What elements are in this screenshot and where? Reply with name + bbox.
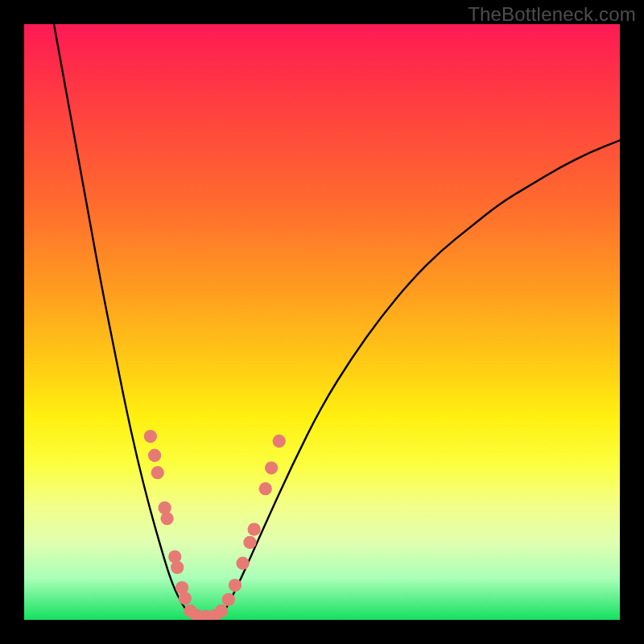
curve-marker (184, 605, 196, 617)
curve-marker (148, 449, 161, 462)
curve-marker (265, 461, 278, 474)
curve-marker (144, 430, 157, 443)
curve-marker (171, 561, 184, 574)
curve-layer (24, 24, 620, 620)
curve-marker (175, 581, 188, 594)
curve-marker (179, 592, 192, 605)
chart-frame: TheBottleneck.com (0, 0, 644, 644)
curve-marker (243, 536, 256, 549)
curve-marker (259, 482, 272, 495)
curve-marker (222, 593, 235, 606)
curve-marker (200, 610, 213, 620)
bottleneck-curve (54, 24, 620, 617)
curve-marker (159, 502, 171, 514)
curve-marker (160, 512, 173, 525)
curve-marker (273, 435, 286, 448)
curve-marker (215, 605, 228, 617)
plot-area (24, 24, 620, 620)
curve-marker (168, 550, 181, 563)
watermark-text: TheBottleneck.com (468, 3, 636, 26)
curve-marker (190, 609, 203, 620)
curve-marker (151, 466, 164, 479)
curve-marker (236, 557, 249, 570)
curve-marker (208, 609, 221, 620)
curve-marker (248, 522, 261, 535)
curve-markers (144, 430, 286, 620)
curve-marker (229, 579, 242, 592)
